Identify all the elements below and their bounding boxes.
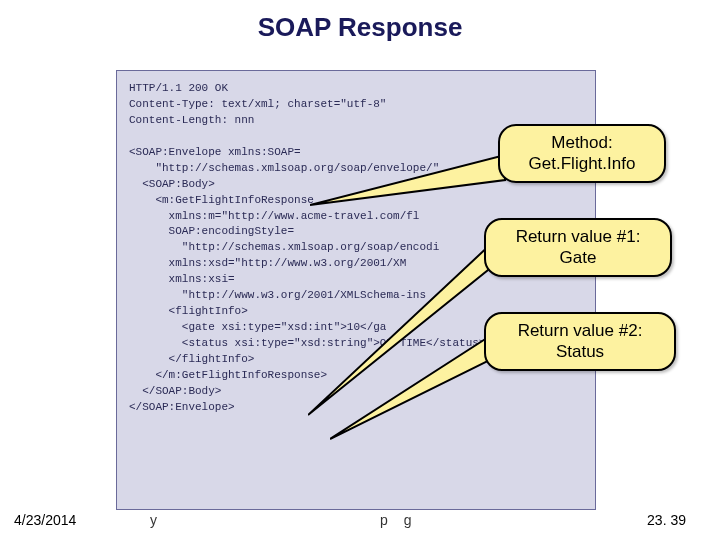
- callout-r1-label: Return value #1:: [516, 227, 641, 246]
- callout-method-value: Get.Flight.Info: [529, 154, 636, 173]
- footer-mid-right: p g: [380, 512, 417, 528]
- callout-method-label: Method:: [551, 133, 612, 152]
- callout-r2-value: Status: [556, 342, 604, 361]
- callout-return2: Return value #2: Status: [484, 312, 676, 371]
- page-title: SOAP Response: [0, 12, 720, 43]
- callout-method: Method: Get.Flight.Info: [498, 124, 666, 183]
- callout-r2-label: Return value #2:: [518, 321, 643, 340]
- callout-return1: Return value #1: Gate: [484, 218, 672, 277]
- footer-page: 23. 39: [647, 512, 686, 528]
- callout-r1-value: Gate: [560, 248, 597, 267]
- footer-mid-left: y: [150, 512, 163, 528]
- footer-date: 4/23/2014: [14, 512, 76, 528]
